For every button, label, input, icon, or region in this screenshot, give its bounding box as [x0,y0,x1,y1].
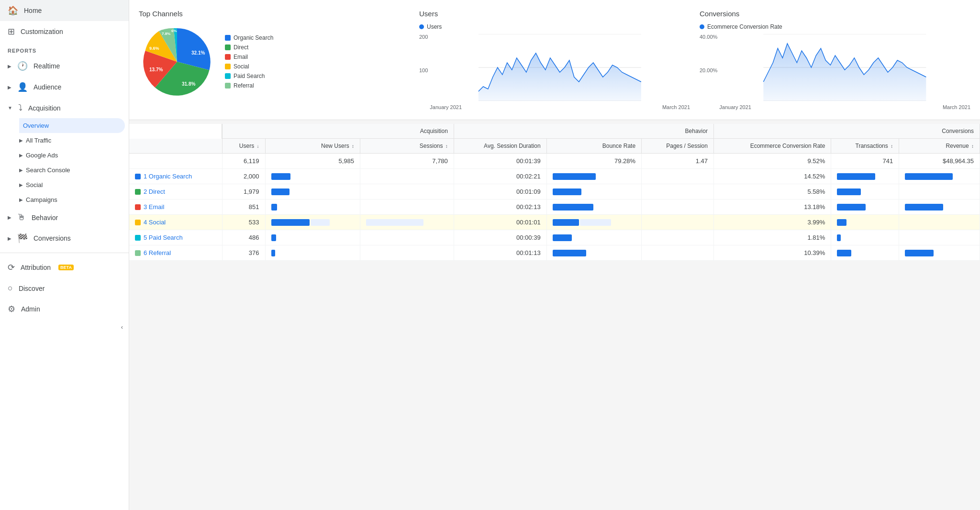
channel-cell: 2 Direct [129,184,222,200]
users-legend: Users [419,23,690,30]
collapse-button[interactable]: ‹ [0,320,129,334]
sidebar-item-search-console[interactable]: ▶ Search Console [19,163,129,177]
channel-link-0[interactable]: 1 Organic Search [135,173,216,180]
new-users-bar-fill-2 [271,204,277,211]
sidebar-item-google-ads[interactable]: ▶ Google Ads [19,148,129,163]
sidebar-conversions-label: Conversions [33,234,71,242]
sidebar-item-home[interactable]: 🏠 Home [0,0,129,21]
trans-bar-1 [831,184,899,200]
bounce-bar-fill-1 [553,188,581,195]
new-users-bar-fill-0 [271,173,290,180]
channel-link-1[interactable]: 2 Direct [135,188,216,195]
chevron-right-icon: ▶ [8,215,11,220]
users-y-axis: 200 100 [419,34,428,101]
sidebar-item-audience[interactable]: ▶ 👤 Audience [0,77,129,98]
rev-bar-2 [899,200,980,215]
channel-link-5[interactable]: 6 Referral [135,249,216,256]
sessions-bar-0 [360,169,454,184]
sidebar-item-discover[interactable]: ○ Discover [0,278,129,299]
summary-row: 6,119 5,985 7,780 00:01:39 79.28% 1.47 9… [129,154,980,169]
users-area-fill [479,53,641,101]
bounce-bar-5 [546,245,642,261]
behavior-section-header: Behavior [454,124,713,139]
main-content: Top Channels [129,0,980,510]
sidebar-item-acquisition[interactable]: ▼ ⤵ Acquisition [0,98,129,118]
pie-area: 32.1% 31.8% 13.7% 9.6% 7.8% 6% Organic S… [139,23,410,100]
channel-dot-2 [135,204,141,210]
sidebar-item-admin[interactable]: ⚙ Admin [0,299,129,320]
sidebar-item-attribution[interactable]: ⟳ Attribution BETA [0,257,129,278]
col-pages-session[interactable]: Pages / Session [642,139,714,154]
legend-dot-organic [225,35,231,41]
bounce-bar-fill-2 [553,204,593,211]
legend-label-paid: Paid Search [234,73,265,79]
sidebar-item-conversions[interactable]: ▶ 🏁 Conversions [0,228,129,249]
sidebar-item-behavior[interactable]: ▶ 🖱 Behavior [0,207,129,228]
pages-bar-4 [642,230,714,245]
sort-icon-sessions: ↕ [445,144,448,149]
trans-bar-fill-3 [837,219,846,226]
conversions-section-header: Conversions [713,124,980,139]
sidebar-item-all-traffic[interactable]: ▶ All Traffic [19,133,129,148]
ecomm-rate-0: 14.52% [713,169,831,184]
sidebar-item-campaigns[interactable]: ▶ Campaigns [19,192,129,207]
col-bounce-rate[interactable]: Bounce Rate [546,139,642,154]
summary-bounce-rate: 79.28% [546,154,642,169]
sessions-bar-4 [360,230,454,245]
legend-label-direct: Direct [234,44,248,51]
pie-label-direct: 31.8% [182,81,195,87]
users-val-2: 851 [222,200,265,215]
pie-label-referral: 7.8% [162,32,170,36]
users-legend-dot [419,24,424,29]
new-users-bar-5 [265,245,360,261]
sidebar-behavior-label: Behavior [32,214,58,222]
rev-bar-fill-0 [905,173,953,180]
col-transactions[interactable]: Transactions ↕ [831,139,899,154]
sort-icon-new-users: ↕ [352,144,354,149]
new-users-bar-fill-1 [271,188,290,195]
trans-bar-2 [831,200,899,215]
acquisition-section-header: Acquisition [222,124,454,139]
channel-name-1: 2 Direct [144,188,165,195]
channel-dot-5 [135,250,141,256]
col-sessions[interactable]: Sessions ↕ [360,139,454,154]
sidebar-item-overview[interactable]: Overview [19,118,125,133]
chevron-right-icon: ▶ [8,64,11,69]
rev-bar-fill-2 [905,204,943,211]
acquisition-subnav: Overview ▶ All Traffic ▶ Google Ads ▶ Se… [0,118,129,207]
legend-label-referral: Referral [234,82,254,89]
new-users-bar-fill-3 [271,219,310,226]
bounce-bar-fill-3 [553,219,579,226]
sidebar-item-customization[interactable]: ⊞ Customization [0,21,129,42]
person-icon: 👤 [17,82,28,92]
col-ecomm-rate[interactable]: Ecommerce Conversion Rate [713,139,831,154]
users-val-3: 533 [222,215,265,230]
channel-link-2[interactable]: 3 Email [135,203,216,211]
search-console-label: Search Console [26,166,70,174]
col-avg-session[interactable]: Avg. Session Duration [454,139,546,154]
pages-bar-0 [642,169,714,184]
users-chart-canvas: January 2021 March 2021 [430,34,690,110]
bounce-bar-1 [546,184,642,200]
channel-link-4[interactable]: 5 Paid Search [135,234,216,241]
sort-icon-trans: ↕ [891,144,893,149]
google-ads-label: Google Ads [26,152,58,159]
col-users[interactable]: Users ↓ [222,139,265,154]
ecomm-rate-3: 3.99% [713,215,831,230]
channel-link-3[interactable]: 4 Social [135,219,216,226]
legend-direct: Direct [225,44,273,51]
users-y-max: 200 [419,34,428,40]
table-row: 4 Social 533 00:01:01 3.99% [129,215,980,230]
users-x-label-jan: January 2021 [430,104,462,110]
sidebar-item-realtime[interactable]: ▶ 🕐 Realtime [0,55,129,77]
table-row: 6 Referral 376 00:01:13 10.3 [129,245,980,261]
col-new-users[interactable]: New Users ↕ [265,139,360,154]
campaigns-label: Campaigns [26,196,57,203]
sidebar-realtime-label: Realtime [33,62,60,70]
sidebar-item-social[interactable]: ▶ Social [19,177,129,192]
chevron-right-icon: ▶ [19,153,23,158]
rev-bar-3 [899,215,980,230]
col-revenue[interactable]: Revenue ↕ [899,139,980,154]
new-users-bar-fill-5 [271,250,275,256]
summary-users: 6,119 [222,154,265,169]
